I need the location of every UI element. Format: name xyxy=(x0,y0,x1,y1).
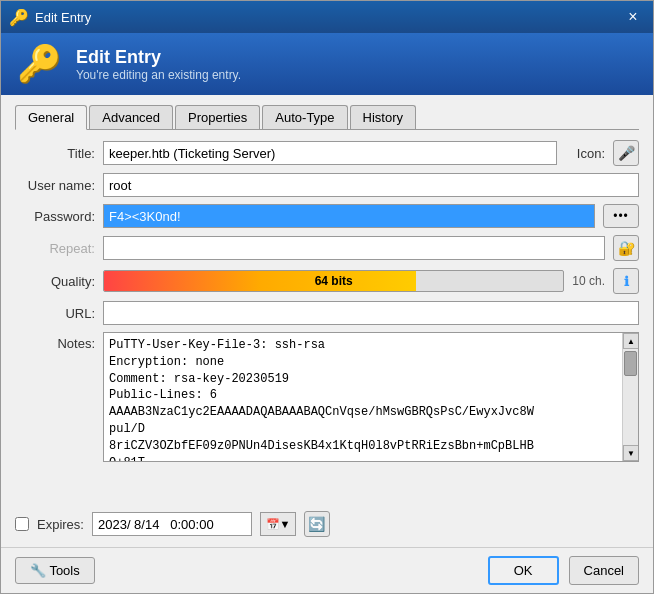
cancel-button[interactable]: Cancel xyxy=(569,556,639,585)
expires-reset-button[interactable]: 🔄 xyxy=(304,511,330,537)
url-row: URL: xyxy=(15,301,639,325)
password-row: Password: ••• xyxy=(15,204,639,228)
window-icon: 🔑 xyxy=(9,7,29,27)
quality-row: Quality: 64 bits 10 ch. ℹ xyxy=(15,268,639,294)
notes-label: Notes: xyxy=(15,336,95,351)
tab-advanced[interactable]: Advanced xyxy=(89,105,173,129)
ok-cancel-group: OK Cancel xyxy=(488,556,639,585)
microphone-icon: 🎤 xyxy=(618,145,635,161)
icon-button[interactable]: 🎤 xyxy=(613,140,639,166)
repeat-input[interactable] xyxy=(103,236,605,260)
key-icon: 🔐 xyxy=(618,240,635,256)
tools-button[interactable]: 🔧 Tools xyxy=(15,557,95,584)
header-key-icon: 🔑 xyxy=(17,43,62,85)
content-area: General Advanced Properties Auto-Type Hi… xyxy=(1,95,653,547)
quality-bar: 64 bits xyxy=(103,270,564,292)
scroll-thumb xyxy=(624,351,637,376)
password-label: Password: xyxy=(15,209,95,224)
username-label: User name: xyxy=(15,178,95,193)
expires-input[interactable] xyxy=(92,512,252,536)
tab-properties[interactable]: Properties xyxy=(175,105,260,129)
scroll-up-button[interactable]: ▲ xyxy=(623,333,639,349)
bottom-bar: 🔧 Tools OK Cancel xyxy=(1,547,653,593)
notes-row: Notes: PuTTY-User-Key-File-3: ssh-rsa En… xyxy=(15,332,639,500)
title-bar-left: 🔑 Edit Entry xyxy=(9,7,91,27)
header-banner: 🔑 Edit Entry You're editing an existing … xyxy=(1,33,653,95)
expires-dropdown-button[interactable]: 📅▼ xyxy=(260,512,296,536)
notes-scrollbar[interactable]: ▲ ▼ xyxy=(622,333,638,461)
username-input[interactable] xyxy=(103,173,639,197)
notes-wrapper: PuTTY-User-Key-File-3: ssh-rsa Encryptio… xyxy=(103,332,639,462)
tab-bar: General Advanced Properties Auto-Type Hi… xyxy=(15,105,639,130)
scroll-track xyxy=(623,349,638,445)
password-reveal-button[interactable]: ••• xyxy=(603,204,639,228)
form-rows: Title: Icon: 🎤 User name: Password: ••• xyxy=(15,140,639,537)
expires-row: Expires: 📅▼ 🔄 xyxy=(15,511,639,537)
title-label: Title: xyxy=(15,146,95,161)
calendar-dropdown-icon: 📅▼ xyxy=(266,518,291,531)
header-subtitle: You're editing an existing entry. xyxy=(76,68,241,82)
repeat-label: Repeat: xyxy=(15,241,95,256)
quality-chars: 10 ch. xyxy=(572,274,605,288)
url-label: URL: xyxy=(15,306,95,321)
title-bar: 🔑 Edit Entry × xyxy=(1,1,653,33)
tab-general[interactable]: General xyxy=(15,105,87,130)
notes-content[interactable]: PuTTY-User-Key-File-3: ssh-rsa Encryptio… xyxy=(104,333,622,461)
icon-label: Icon: xyxy=(565,146,605,161)
info-icon: ℹ xyxy=(624,274,629,289)
close-button[interactable]: × xyxy=(621,5,645,29)
repeat-row: Repeat: 🔐 xyxy=(15,235,639,261)
url-input[interactable] xyxy=(103,301,639,325)
username-row: User name: xyxy=(15,173,639,197)
window-title: Edit Entry xyxy=(35,10,91,25)
reset-icon: 🔄 xyxy=(308,516,325,532)
tab-autotype[interactable]: Auto-Type xyxy=(262,105,347,129)
scroll-down-button[interactable]: ▼ xyxy=(623,445,639,461)
header-text: Edit Entry You're editing an existing en… xyxy=(76,47,241,82)
title-input[interactable] xyxy=(103,141,557,165)
password-input[interactable] xyxy=(103,204,595,228)
expires-label: Expires: xyxy=(37,517,84,532)
ok-button[interactable]: OK xyxy=(488,556,559,585)
expires-checkbox[interactable] xyxy=(15,517,29,531)
main-window: 🔑 Edit Entry × 🔑 Edit Entry You're editi… xyxy=(0,0,654,594)
header-title: Edit Entry xyxy=(76,47,241,68)
tab-history[interactable]: History xyxy=(350,105,416,129)
repeat-icon-button[interactable]: 🔐 xyxy=(613,235,639,261)
title-row: Title: Icon: 🎤 xyxy=(15,140,639,166)
quality-info-button[interactable]: ℹ xyxy=(613,268,639,294)
quality-text: 64 bits xyxy=(104,274,563,288)
quality-label: Quality: xyxy=(15,274,95,289)
